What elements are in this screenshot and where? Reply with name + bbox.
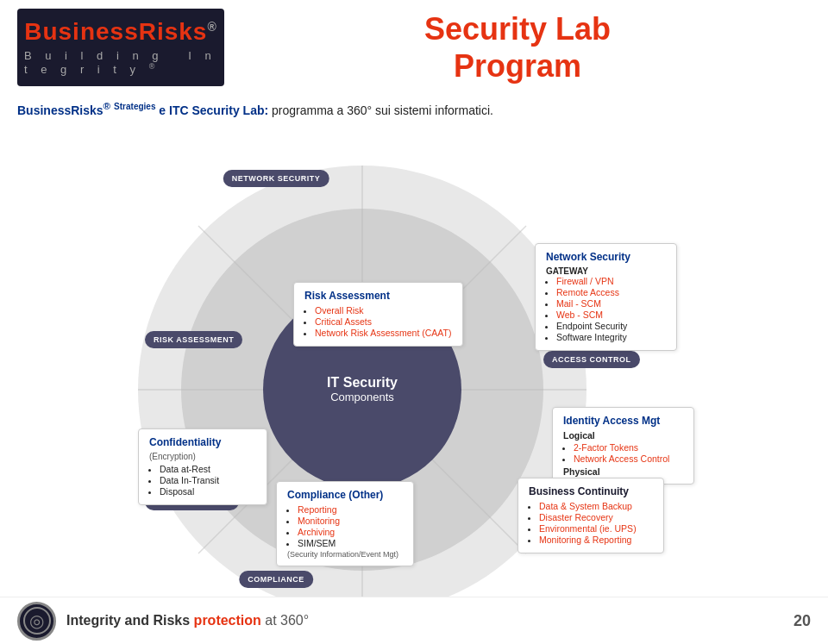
biz-item-1: Data & System Backup — [539, 501, 653, 511]
rim-risk-assessment: Risk Assessment — [145, 331, 242, 348]
comp-item-3: Archiving — [298, 527, 403, 537]
network-security-list: Firewall / VPN Remote Access Mail - SCM … — [546, 276, 666, 320]
comp-item-4: SIM/SEM — [298, 538, 403, 548]
diagram-container: IT Security Components Network Security … — [0, 122, 828, 614]
logical-item-1: 2-Factor Tokens — [574, 442, 683, 453]
net-item-2: Remote Access — [556, 287, 666, 297]
business-continuity-title: Business Continuity — [529, 485, 653, 497]
risk-assessment-title: Risk Assessment — [304, 290, 452, 302]
rim-network-security: Network Security — [223, 170, 329, 187]
net-extra-2: Software Integrity — [556, 332, 666, 342]
risk-item-1: Overall Risk — [315, 305, 452, 316]
comp-item-2: Monitoring — [298, 516, 403, 526]
footer-circle-icon — [17, 602, 56, 641]
footer-text: Integrity and Risks protection at 360° — [66, 613, 309, 628]
biz-item-2: Disaster Recovery — [539, 512, 653, 522]
footer-protection: protection — [194, 613, 261, 628]
net-extra-1: Endpoint Security — [556, 321, 666, 331]
title-line2: Program — [454, 48, 581, 84]
logo-subtitle: B u i l d i n g I n t e g r i t y ® — [24, 49, 217, 76]
footer-logo: Integrity and Risks protection at 360° — [17, 602, 309, 641]
center-sub: Components — [330, 391, 394, 403]
page-number: 20 — [794, 612, 811, 630]
confidentiality-subtitle: (Encryption) — [149, 452, 256, 461]
title-line1: Security Lab — [424, 11, 611, 47]
identity-access-title: Identity Access Mgt — [563, 415, 683, 427]
network-extra-list: Endpoint Security Software Integrity — [546, 321, 666, 342]
compliance-title: Compliance (Other) — [287, 489, 403, 501]
rim-access-control: Access Control — [543, 351, 640, 368]
net-item-1: Firewall / VPN — [556, 276, 666, 286]
identity-access-box: Identity Access Mgt Logical 2-Factor Tok… — [552, 407, 694, 485]
tagline-description: programma a 360° sui sistemi informatici… — [272, 103, 493, 117]
compliance-note: (Security Information/Event Mgt) — [287, 550, 403, 559]
header: BusinessRisks® B u i l d i n g I n t e g… — [0, 0, 828, 95]
net-item-4: Web - SCM — [556, 309, 666, 320]
comp-item-1: Reporting — [298, 504, 403, 515]
rim-compliance: Compliance — [239, 571, 313, 588]
biz-item-3: Environmental (ie. UPS) — [539, 523, 653, 534]
header-title: Security Lab Program — [224, 10, 811, 84]
brand-text: BusinessRisks — [17, 103, 104, 117]
logo-area: BusinessRisks® B u i l d i n g I n t e g… — [17, 9, 224, 86]
conf-item-1: Data at-Rest — [160, 464, 256, 474]
risk-assessment-list: Overall Risk Critical Assets Network Ris… — [304, 305, 452, 338]
risk-item-2: Critical Assets — [315, 316, 452, 327]
footer-integrity: Integrity and Risks — [66, 613, 190, 628]
confidentiality-list: Data at-Rest Data In-Transit Disposal — [149, 464, 256, 497]
physical-label: Physical — [563, 466, 683, 477]
risk-assessment-box: Risk Assessment Overall Risk Critical As… — [293, 282, 463, 347]
tagline-registered: ® — [104, 100, 111, 111]
logical-label: Logical — [563, 430, 683, 441]
biz-item-4: Monitoring & Reporting — [539, 535, 653, 545]
confidentiality-title: Confidentiality — [149, 436, 256, 448]
conf-item-3: Disposal — [160, 486, 256, 497]
footer-360: at 360° — [265, 613, 309, 628]
logical-item-2: Network Access Control — [574, 453, 683, 464]
confidentiality-box: Confidentiality (Encryption) Data at-Res… — [138, 428, 267, 505]
logo-risks: Risks — [139, 18, 208, 45]
business-continuity-list: Data & System Backup Disaster Recovery E… — [529, 501, 653, 545]
tagline: BusinessRisks® Strategies e ITC Security… — [0, 95, 828, 121]
network-security-box: Network Security GATEWAY Firewall / VPN … — [535, 243, 677, 351]
business-continuity-box: Business Continuity Data & System Backup… — [518, 478, 664, 553]
logo-business: Business — [24, 18, 139, 45]
logo-title: BusinessRisks® — [24, 18, 217, 46]
logical-list: 2-Factor Tokens Network Access Control — [563, 442, 683, 464]
conf-item-2: Data In-Transit — [160, 475, 256, 485]
strategies-label: Strategies — [114, 102, 155, 111]
network-security-title: Network Security — [546, 251, 666, 263]
center-title: IT Security — [327, 375, 398, 391]
gateway-label: GATEWAY — [546, 266, 666, 276]
compliance-box: Compliance (Other) Reporting Monitoring … — [276, 481, 414, 566]
lab-connector: e ITC Security Lab: — [159, 103, 268, 117]
risk-item-3: Network Risk Assessment (CAAT) — [315, 328, 452, 338]
footer: Integrity and Risks protection at 360° 2… — [0, 597, 828, 644]
logo-registered: ® — [207, 20, 216, 34]
net-item-3: Mail - SCM — [556, 298, 666, 309]
brand-name: BusinessRisks® — [17, 103, 110, 117]
compliance-list: Reporting Monitoring Archiving SIM/SEM — [287, 504, 403, 548]
header-right: Security Lab Program — [224, 10, 811, 84]
